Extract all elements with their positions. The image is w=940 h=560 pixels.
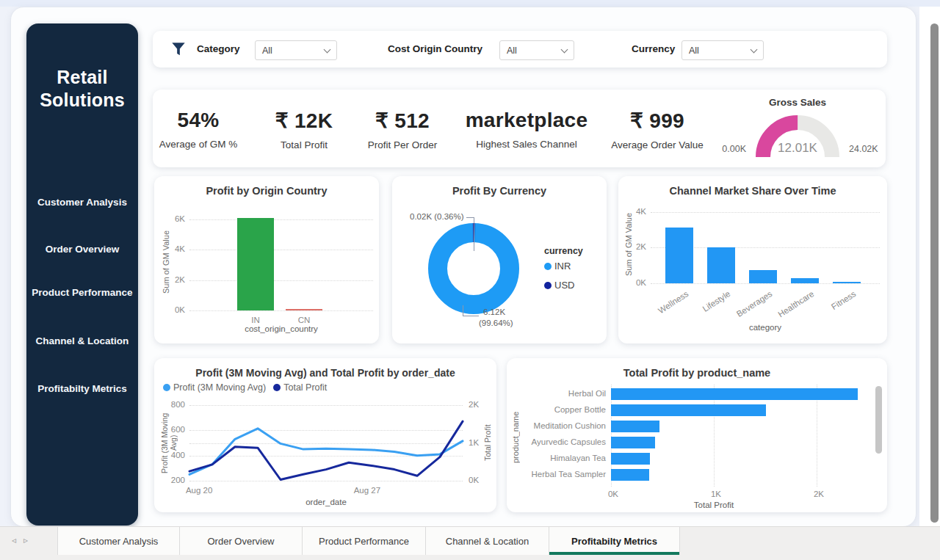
bar-fitness[interactable] — [833, 282, 861, 283]
filter-dropdown-category[interactable]: All — [255, 40, 337, 60]
dropdown-value: All — [507, 46, 517, 56]
filter-dropdown-cost-origin-country[interactable]: All — [499, 40, 574, 60]
kpi-value: ₹ 999 — [591, 109, 723, 133]
kpi-label: Highest Sales Channel — [460, 139, 593, 150]
legend-label: USD — [554, 280, 574, 291]
line-series[interactable] — [189, 421, 463, 479]
tab-product-performance[interactable]: Product Performance — [303, 527, 426, 555]
gridline — [189, 250, 373, 250]
x-axis-title: category — [651, 323, 880, 332]
bar-beverages[interactable] — [749, 270, 777, 283]
x-tick-label: 0K — [604, 490, 623, 498]
callout-label-inr-pct: (99.64%) — [479, 319, 513, 327]
category-label: Lifestyle — [684, 289, 731, 324]
filter-dropdown-currency[interactable]: All — [682, 40, 764, 60]
kpi-profit-per-order: ₹ 512Profit Per Order — [336, 109, 469, 150]
legend-item-inr[interactable]: INR — [544, 261, 571, 272]
gridline — [651, 212, 880, 213]
dropdown-value: All — [262, 46, 272, 56]
callout-label-inr: 6.12K — [483, 308, 505, 316]
chart-title: Profit by Origin Country — [154, 185, 379, 197]
gauge-value: 12.01K — [739, 141, 856, 156]
sidebar-item-customer-analysis[interactable]: Customer Analysis — [26, 197, 138, 208]
row-label: Meditation Cushion — [523, 421, 606, 430]
y-axis-title: product_name — [511, 391, 520, 483]
category-label: CN — [282, 316, 326, 324]
app-title: Retail Solutions — [26, 66, 138, 112]
sidebar-item-order-overview[interactable]: Order Overview — [26, 244, 138, 255]
chart-title: Channel Market Share Over Time — [618, 185, 887, 197]
bar-healthcare[interactable] — [791, 278, 819, 283]
row-label: Herbal Tea Sampler — [523, 470, 606, 479]
callout-line — [463, 305, 463, 316]
gridline — [189, 280, 373, 281]
category-label: Healthcare — [767, 289, 815, 324]
dropdown-value: All — [689, 46, 699, 56]
category-label: Wellness — [642, 289, 690, 324]
chevron-down-icon — [751, 46, 758, 53]
chart-profit-by-currency: Profit By Currency 0.02K (0.36%)6.12K(99… — [392, 176, 607, 343]
kpi-label: Average Order Value — [591, 139, 723, 150]
vertical-scrollbar[interactable] — [930, 23, 939, 523]
bar-wellness[interactable] — [665, 228, 693, 283]
legend-dot-icon — [544, 263, 552, 270]
gauge-visual[interactable]: Gross Sales 12.01K 0.00K 24.02K — [705, 92, 889, 166]
page-tab-bar: ◃▹ Customer AnalysisOrder OverviewProduc… — [0, 526, 940, 560]
category-label: Fitness — [809, 289, 857, 324]
chart-scrollbar[interactable] — [875, 386, 882, 454]
kpi-card: 54%Average of GM %₹ 12KTotal Profit₹ 512… — [153, 90, 886, 167]
sidebar-item-channel-location[interactable]: Channel & Location — [26, 335, 138, 346]
bar-lifestyle[interactable] — [707, 247, 735, 283]
bar-in[interactable] — [237, 218, 274, 310]
filter-label-0: Category — [197, 43, 240, 54]
bar-cn[interactable] — [286, 309, 322, 310]
kpi-value: marketplace — [460, 109, 593, 132]
tab-channel-location[interactable]: Channel & Location — [426, 527, 549, 555]
chart-channel-market-share: Channel Market Share Over Time 0K2K4KWel… — [618, 176, 887, 343]
bar-herbal-oil[interactable] — [611, 388, 858, 400]
tab-customer-analysis[interactable]: Customer Analysis — [57, 527, 180, 555]
x-axis-title: Total Profit — [611, 501, 817, 509]
legend-label: INR — [554, 261, 571, 272]
row-label: Herbal Oil — [523, 389, 606, 398]
funnel-icon — [170, 41, 187, 57]
row-label: Ayurvedic Capsules — [523, 437, 606, 446]
chart-title: Total Profit by product_name — [507, 367, 887, 379]
y-axis-title: Sum of GM Value — [162, 214, 170, 310]
legend-item-usd[interactable]: USD — [544, 280, 574, 291]
gauge-max: 24.02K — [849, 144, 887, 154]
y-axis-title: Sum of GM Value — [624, 206, 633, 283]
chevron-down-icon — [561, 46, 568, 53]
prev-page-arrow-icon[interactable]: ◃ — [12, 535, 24, 545]
kpi-highest-sales-channel: marketplaceHighest Sales Channel — [460, 109, 593, 150]
bar-copper-bottle[interactable] — [611, 404, 766, 416]
filter-label-1: Cost Origin Country — [388, 43, 482, 54]
bar-meditation-cushion[interactable] — [611, 421, 659, 432]
gridline — [651, 283, 880, 284]
bar-herbal-tea-sampler[interactable] — [611, 469, 649, 481]
active-tab-underline — [549, 552, 679, 555]
legend-dot-icon — [544, 282, 552, 289]
tab-order-overview[interactable]: Order Overview — [180, 527, 303, 555]
sidebar: Retail Solutions Customer AnalysisOrder … — [26, 23, 138, 526]
chart-total-profit-by-product: Total Profit by product_name 0K1K2KHerba… — [507, 358, 887, 512]
gauge-min: 0.00K — [708, 144, 746, 154]
kpi-average-order-value: ₹ 999Average Order Value — [591, 109, 723, 150]
kpi-label: Profit Per Order — [336, 139, 469, 150]
sidebar-item-product-performance[interactable]: Product Performance — [26, 287, 138, 298]
line-plot[interactable] — [154, 358, 496, 512]
chevron-down-icon — [324, 46, 331, 53]
tab-profitabilty-metrics[interactable]: Profitabilty Metrics — [549, 527, 680, 555]
x-tick-label: 2K — [809, 490, 828, 498]
next-page-arrow-icon[interactable]: ▹ — [24, 535, 35, 545]
sidebar-item-profitabilty-metrics[interactable]: Profitabilty Metrics — [26, 383, 138, 394]
bar-ayurvedic-capsules[interactable] — [611, 437, 655, 448]
callout-line — [474, 217, 474, 251]
gauge-title: Gross Sales — [705, 97, 890, 108]
top-strip — [0, 0, 940, 7]
category-label: Beverages — [726, 289, 773, 324]
row-label: Copper Bottle — [523, 405, 606, 414]
chart-profit-by-origin-country: Profit by Origin Country 0K2K4K6KINCNSum… — [154, 176, 379, 343]
callout-label-usd: 0.02K (0.36%) — [410, 212, 464, 221]
bar-himalayan-tea[interactable] — [611, 453, 650, 465]
